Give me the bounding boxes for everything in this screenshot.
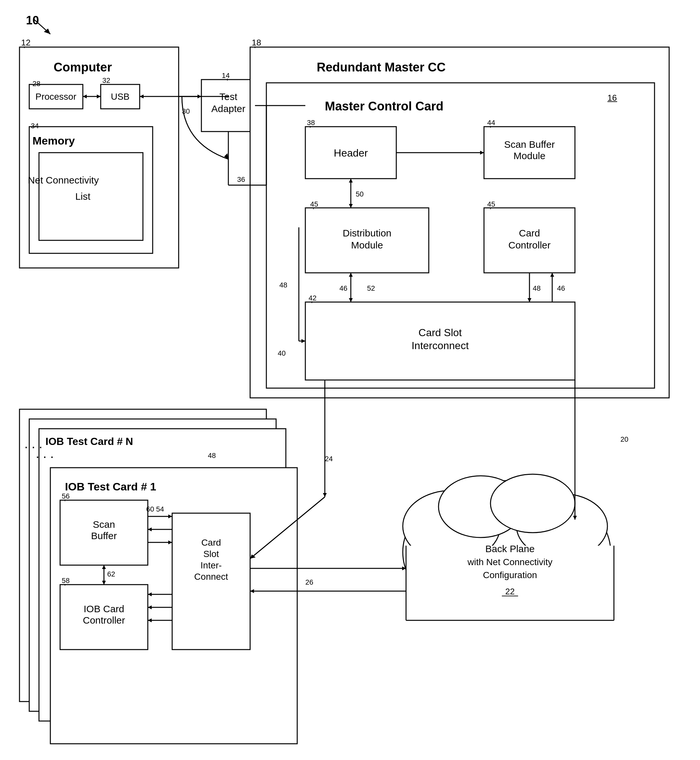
svg-text:Controller: Controller [508,240,551,250]
diagram-svg: 10 12 Computer 28 Processor 32 USB 34 Me… [0,0,700,760]
svg-marker-147 [323,493,327,497]
svg-text:14: 14 [222,72,230,80]
svg-text:28: 28 [33,80,40,88]
svg-text:58: 58 [62,576,70,585]
svg-text:Card: Card [202,537,221,548]
svg-text:Net Connectivity: Net Connectivity [28,175,99,186]
svg-text:62: 62 [107,570,115,578]
svg-text:38: 38 [307,119,315,126]
svg-text:32: 32 [102,76,110,84]
svg-text:48: 48 [208,451,216,460]
svg-text:Card: Card [519,228,540,239]
svg-text:46: 46 [557,284,565,292]
svg-text:34: 34 [31,122,39,130]
svg-text:Header: Header [334,147,368,159]
svg-text:Module: Module [351,240,383,250]
svg-text:Inter-: Inter- [200,560,222,570]
svg-text:18: 18 [252,37,261,47]
svg-text:50: 50 [356,190,364,198]
svg-text:42: 42 [309,294,316,302]
svg-text:Processor: Processor [35,92,77,101]
svg-text:Interconnect: Interconnect [412,340,469,351]
svg-text:Buffer: Buffer [91,531,117,541]
svg-text:56: 56 [62,492,70,500]
svg-text:Slot: Slot [203,549,219,559]
svg-text:22: 22 [505,587,515,596]
svg-text:48: 48 [533,284,541,292]
svg-point-135 [491,474,575,533]
svg-text:with Net Connectivity: with Net Connectivity [467,557,552,567]
svg-text:60 54: 60 54 [146,505,164,513]
svg-text:Module: Module [514,150,545,161]
svg-text:Scan: Scan [93,519,115,530]
svg-text:Redundant Master CC: Redundant Master CC [317,61,446,74]
svg-text:Distribution: Distribution [343,228,391,239]
svg-text:IOB Test Card # N: IOB Test Card # N [45,435,133,447]
svg-text:. . .: . . . [36,446,54,460]
svg-text:Connect: Connect [194,572,228,582]
svg-text:Configuration: Configuration [483,570,537,580]
svg-text:52: 52 [367,284,375,292]
svg-text:44: 44 [487,119,495,126]
svg-text:26: 26 [305,578,313,586]
svg-text:10: 10 [26,14,39,27]
svg-text:45: 45 [310,200,318,208]
svg-text:IOB Test Card # 1: IOB Test Card # 1 [65,481,156,493]
svg-text:Back Plane: Back Plane [485,543,535,554]
svg-text:46: 46 [339,284,347,292]
svg-text:36: 36 [237,175,245,184]
svg-rect-19 [39,153,143,240]
svg-text:Memory: Memory [33,134,75,147]
diagram: 10 12 Computer 28 Processor 32 USB 34 Me… [0,0,700,760]
svg-text:Adapter: Adapter [211,103,245,114]
svg-text:16: 16 [608,93,617,103]
svg-text:USB: USB [111,92,130,101]
svg-text:Computer: Computer [53,61,112,74]
svg-text:Scan Buffer: Scan Buffer [504,139,555,150]
svg-text:Master Control Card: Master Control Card [325,99,444,113]
svg-text:IOB Card: IOB Card [83,604,124,614]
svg-text:Card Slot: Card Slot [419,327,462,339]
svg-text:Controller: Controller [83,615,125,626]
svg-text:List: List [75,191,91,202]
svg-text:24: 24 [325,455,333,463]
svg-text:20: 20 [620,435,628,443]
svg-text:12: 12 [21,37,31,47]
svg-text:48: 48 [279,281,287,289]
svg-text:45: 45 [487,200,495,208]
svg-text:40: 40 [278,349,286,357]
